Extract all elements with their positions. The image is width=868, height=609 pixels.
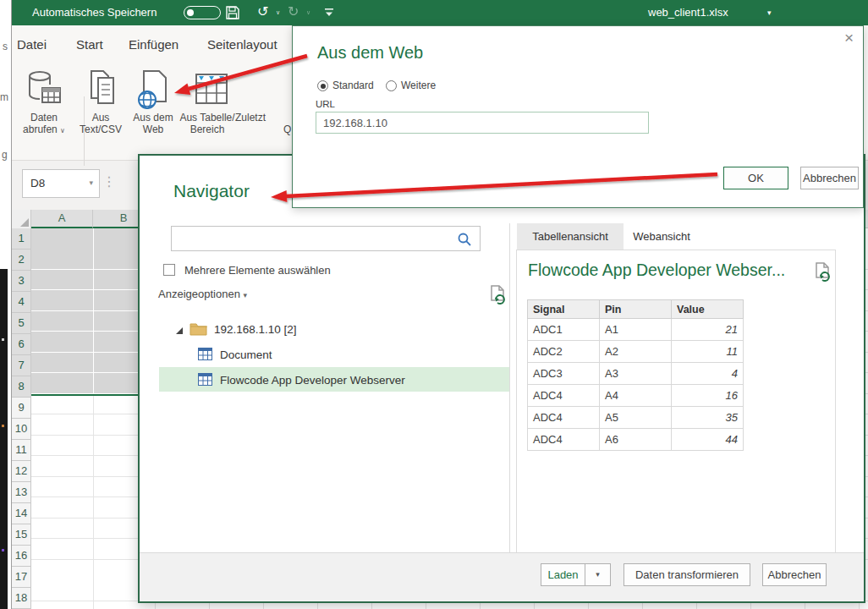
tree-root-item[interactable]: 192.168.1.10 [2] [214,323,297,336]
cell-value: 44 [672,429,744,451]
row-header[interactable]: 4 [12,292,31,313]
row-header[interactable]: 6 [12,334,31,355]
navigator-footer: Laden ▾ Daten transformieren Abbrechen [140,552,864,601]
tree-expand-icon[interactable] [175,326,184,335]
recent-sources-button[interactable]: Zuletzt Q [235,112,294,135]
search-input[interactable] [177,229,451,250]
cancel-button[interactable]: Abbrechen [762,563,827,586]
refresh-icon[interactable] [488,285,507,305]
row-header[interactable]: 13 [12,482,31,503]
tab-tabellenansicht[interactable]: Tabellenansicht [517,223,624,250]
from-table-button[interactable]: Aus Tabelle/ Bereich [179,112,235,135]
radio-dot-icon [321,84,326,89]
cell-pin: A2 [600,341,672,363]
recent-sources-label-2: Q [235,123,291,135]
name-box-caret-icon[interactable]: ▾ [89,178,93,187]
get-data-icon[interactable] [25,69,63,112]
select-all-corner[interactable] [12,210,31,228]
display-options-caret-icon: ▾ [243,291,247,299]
cell-signal: ADC2 [528,341,600,363]
ok-button[interactable]: OK [723,167,788,189]
taskbar-edge [0,269,8,609]
from-table-icon[interactable] [193,69,230,112]
get-data-button[interactable]: Daten abrufen ∨ [14,112,74,136]
row-header[interactable]: 12 [12,461,31,482]
document-title[interactable]: web_client1.xlsx [648,0,728,25]
cell-pin: A1 [600,319,672,341]
undo-icon[interactable]: ↺ [257,4,268,19]
row-header[interactable]: 9 [12,398,31,419]
transform-data-button[interactable]: Daten transformieren [624,563,750,586]
close-icon[interactable]: × [844,29,854,47]
radio-weitere-label: Weitere [401,80,436,91]
recent-sources-label-1: Zuletzt [235,112,266,123]
row-header[interactable]: 7 [12,355,31,376]
row-header[interactable]: 17 [12,567,31,588]
from-web-dialog-title: Aus dem Web [317,43,423,63]
row-header[interactable]: 3 [12,271,31,292]
cell-value: 11 [672,341,744,363]
col-pin[interactable]: Pin [600,300,672,319]
cell-reference: D8 [30,177,45,189]
save-icon[interactable] [225,5,240,20]
load-button[interactable]: Laden [541,563,585,586]
radio-standard[interactable] [317,80,328,91]
toggle-knob-icon [187,9,194,16]
radio-standard-label: Standard [332,80,374,91]
tab-datei[interactable]: Datei [17,37,47,52]
table-icon [198,373,212,386]
undo-caret-icon[interactable]: ∨ [276,9,280,16]
name-box[interactable]: D8 ▾ [22,169,100,198]
table-header-row: Signal Pin Value [528,300,744,319]
table-icon [198,348,212,360]
row-header[interactable]: 8 [12,376,31,398]
folder-icon [190,321,207,336]
row-header[interactable]: 10 [12,419,31,440]
customize-quick-access-icon[interactable] [323,8,335,18]
navigator-search-box[interactable] [171,226,481,251]
column-header-a[interactable]: A [31,210,93,228]
col-value[interactable]: Value [672,300,744,319]
row-header[interactable]: 14 [12,503,31,524]
row-header[interactable]: 1 [12,228,31,250]
autosave-label: Automatisches Speichern [32,0,157,25]
tab-start[interactable]: Start [76,37,103,52]
from-web-icon[interactable] [135,69,173,112]
table-row: ADC4 A4 16 [528,385,744,407]
tree-item-document[interactable]: Document [220,348,272,361]
refresh-preview-icon[interactable] [813,262,832,283]
get-data-label-1: Daten [30,112,58,123]
display-options-dropdown[interactable]: Anzeigeoptionen ▾ [158,288,247,300]
navigator-title: Navigator [173,181,250,201]
load-dropdown-button[interactable]: ▾ [585,563,611,586]
row-header[interactable]: 5 [12,313,31,334]
from-text-csv-icon[interactable] [86,69,120,112]
from-web-label-1: Aus dem [133,112,173,123]
formula-bar-separator: ⋮ [102,173,116,189]
radio-weitere[interactable] [386,80,397,91]
row-header[interactable]: 11 [12,440,31,461]
autosave-toggle[interactable] [184,6,221,19]
tree-item-flowcode-webserver[interactable]: Flowcode App Developer Webserver [220,374,405,387]
row-header[interactable]: 18 [12,588,31,609]
row-header[interactable]: 15 [12,524,31,546]
cancel-button[interactable]: Abbrechen [800,167,859,189]
cell-value: 16 [672,385,744,407]
table-row: ADC4 A6 44 [528,429,744,451]
display-options-label: Anzeigeoptionen [158,288,240,300]
multi-select-checkbox[interactable] [163,264,175,276]
row-header[interactable]: 16 [12,546,31,567]
document-title-caret-icon[interactable]: ▾ [767,8,772,17]
tab-seitenlayout[interactable]: Seitenlayout [207,37,277,52]
cell-signal: ADC4 [528,429,600,451]
url-input[interactable] [316,112,649,134]
tab-einfuegen[interactable]: Einfügen [129,37,179,52]
from-web-button[interactable]: Aus dem Web [127,112,179,135]
row-header[interactable]: 2 [12,250,31,271]
tab-webansicht[interactable]: Webansicht [628,223,695,250]
from-text-csv-button[interactable]: Aus Text/CSV [74,112,127,135]
col-signal[interactable]: Signal [528,300,600,319]
cell-pin: A4 [600,385,672,407]
preview-table: Signal Pin Value ADC1 A1 21 ADC2 A2 11 A… [527,299,744,451]
search-icon[interactable] [457,232,472,247]
